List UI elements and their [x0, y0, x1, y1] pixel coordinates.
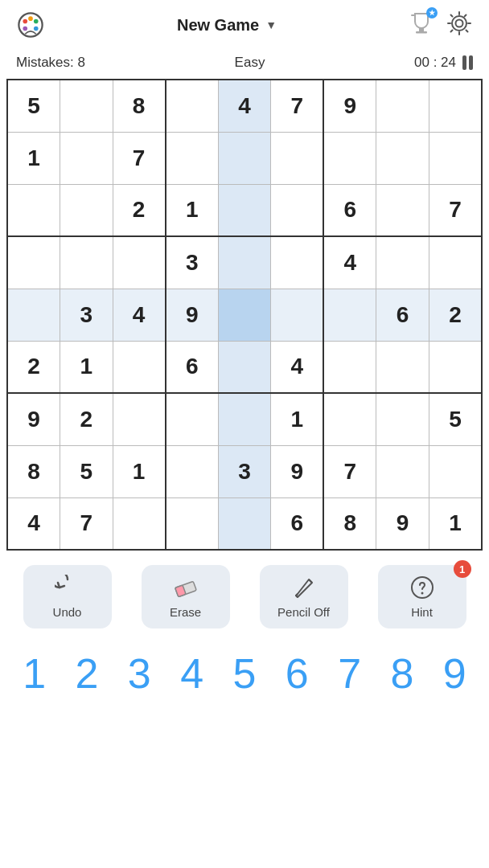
grid-cell[interactable] [218, 184, 271, 236]
grid-cell[interactable]: 1 [429, 497, 482, 550]
numpad-digit-9[interactable]: 9 [433, 653, 477, 694]
grid-cell[interactable]: 2 [7, 341, 60, 393]
grid-cell[interactable]: 1 [113, 445, 166, 497]
settings-button[interactable] [446, 10, 473, 40]
grid-cell[interactable]: 9 [376, 497, 429, 550]
grid-cell[interactable]: 4 [218, 80, 271, 132]
grid-cell[interactable] [376, 393, 429, 445]
undo-button[interactable]: Undo [23, 565, 112, 628]
grid-cell[interactable] [376, 80, 429, 132]
grid-cell[interactable] [271, 132, 324, 184]
grid-cell[interactable]: 1 [7, 132, 60, 184]
grid-cell[interactable] [271, 236, 324, 289]
numpad-digit-5[interactable]: 5 [222, 653, 266, 694]
grid-cell[interactable] [113, 497, 166, 550]
grid-cell[interactable]: 7 [271, 80, 324, 132]
grid-cell[interactable] [429, 341, 482, 393]
grid-cell[interactable] [429, 445, 482, 497]
grid-cell[interactable] [166, 393, 219, 445]
palette-button[interactable] [16, 10, 45, 39]
grid-cell[interactable] [271, 289, 324, 341]
grid-cell[interactable]: 4 [113, 289, 166, 341]
grid-cell[interactable]: 4 [271, 341, 324, 393]
grid-cell[interactable]: 9 [271, 445, 324, 497]
grid-cell[interactable]: 5 [60, 445, 113, 497]
grid-cell[interactable]: 6 [166, 341, 219, 393]
grid-cell[interactable]: 1 [60, 341, 113, 393]
grid-cell[interactable] [7, 289, 60, 341]
grid-cell[interactable]: 2 [60, 393, 113, 445]
grid-cell[interactable] [60, 236, 113, 289]
numpad-digit-2[interactable]: 2 [64, 653, 109, 694]
grid-cell[interactable]: 6 [271, 497, 324, 550]
grid-cell[interactable]: 7 [113, 132, 166, 184]
grid-cell[interactable] [323, 393, 376, 445]
grid-cell[interactable] [323, 132, 376, 184]
grid-cell[interactable] [218, 132, 271, 184]
grid-cell[interactable]: 5 [429, 393, 482, 445]
grid-cell[interactable] [7, 184, 60, 236]
grid-cell[interactable] [166, 132, 219, 184]
grid-cell[interactable] [60, 184, 113, 236]
grid-cell[interactable]: 1 [166, 184, 219, 236]
grid-cell[interactable] [218, 393, 271, 445]
grid-cell[interactable] [323, 341, 376, 393]
grid-cell[interactable] [376, 236, 429, 289]
grid-cell[interactable]: 1 [271, 393, 324, 445]
grid-cell[interactable]: 3 [60, 289, 113, 341]
grid-cell[interactable] [166, 445, 219, 497]
grid-cell[interactable]: 3 [166, 236, 219, 289]
grid-cell[interactable]: 7 [60, 497, 113, 550]
grid-cell[interactable] [113, 236, 166, 289]
grid-cell[interactable]: 9 [323, 80, 376, 132]
numpad-digit-7[interactable]: 7 [327, 653, 372, 694]
grid-cell[interactable] [60, 132, 113, 184]
grid-cell[interactable] [218, 341, 271, 393]
grid-cell[interactable] [7, 236, 60, 289]
grid-cell[interactable]: 4 [323, 236, 376, 289]
grid-cell[interactable]: 6 [323, 184, 376, 236]
grid-cell[interactable] [218, 497, 271, 550]
grid-cell[interactable] [166, 80, 219, 132]
grid-cell[interactable]: 6 [376, 289, 429, 341]
grid-cell[interactable] [376, 341, 429, 393]
grid-cell[interactable] [271, 184, 324, 236]
grid-cell[interactable] [218, 289, 271, 341]
grid-cell[interactable] [429, 236, 482, 289]
grid-cell[interactable]: 2 [429, 289, 482, 341]
pencil-button[interactable]: Pencil Off [260, 565, 348, 628]
grid-cell[interactable]: 9 [7, 393, 60, 445]
grid-cell[interactable]: 3 [218, 445, 271, 497]
grid-cell[interactable]: 5 [7, 80, 60, 132]
grid-cell[interactable] [113, 393, 166, 445]
hint-button[interactable]: 1 Hint [378, 565, 466, 628]
cell-value: 4 [238, 93, 251, 118]
new-game-button[interactable]: New Game ▼ [177, 16, 277, 35]
grid-cell[interactable]: 2 [113, 184, 166, 236]
grid-cell[interactable]: 8 [113, 80, 166, 132]
grid-cell[interactable]: 7 [429, 184, 482, 236]
grid-cell[interactable]: 9 [166, 289, 219, 341]
grid-cell[interactable] [429, 132, 482, 184]
numpad-digit-6[interactable]: 6 [275, 653, 319, 694]
grid-cell[interactable] [113, 341, 166, 393]
grid-cell[interactable] [376, 132, 429, 184]
numpad-digit-1[interactable]: 1 [12, 653, 56, 694]
numpad-digit-3[interactable]: 3 [117, 653, 162, 694]
grid-cell[interactable] [218, 236, 271, 289]
grid-cell[interactable]: 7 [323, 445, 376, 497]
trophy-button[interactable]: ★ [409, 10, 434, 39]
grid-cell[interactable] [60, 80, 113, 132]
grid-cell[interactable]: 8 [323, 497, 376, 550]
erase-button[interactable]: Erase [142, 565, 230, 628]
grid-cell[interactable]: 4 [7, 497, 60, 550]
numpad-digit-8[interactable]: 8 [380, 653, 424, 694]
grid-cell[interactable] [429, 80, 482, 132]
grid-cell[interactable] [166, 497, 219, 550]
grid-cell[interactable]: 8 [7, 445, 60, 497]
pause-button[interactable] [462, 55, 473, 70]
grid-cell[interactable] [323, 289, 376, 341]
numpad-digit-4[interactable]: 4 [170, 653, 214, 694]
grid-cell[interactable] [376, 184, 429, 236]
grid-cell[interactable] [376, 445, 429, 497]
